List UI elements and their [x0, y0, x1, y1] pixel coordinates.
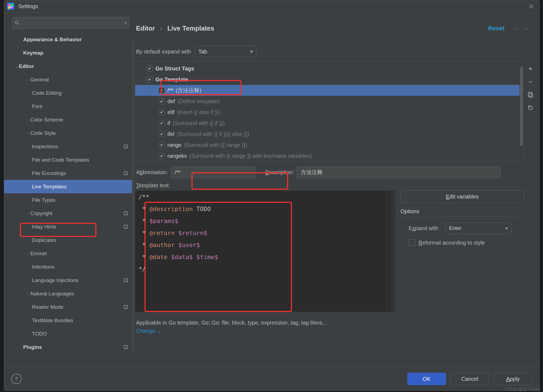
sidebar-item-reader-mode[interactable]: Reader Mode [4, 300, 135, 314]
checkbox[interactable]: ✔ [159, 153, 165, 159]
window-title: Settings [18, 3, 38, 10]
forward-arrow-icon[interactable]: → [523, 24, 530, 33]
sidebar-item-label: Copyright [30, 210, 123, 216]
sidebar-item-appearance-behavior[interactable]: Appearance & Behavior [4, 33, 135, 46]
chevron-right-icon: › [25, 292, 30, 296]
sidebar-item-font[interactable]: Font [4, 100, 135, 113]
close-icon[interactable] [528, 3, 535, 10]
template-name: if [167, 120, 172, 126]
reformat-label: Reformat according to style [418, 240, 485, 246]
chevron-down-icon [125, 22, 127, 24]
sidebar-item-file-types[interactable]: File Types [4, 193, 135, 207]
revert-icon[interactable] [526, 104, 535, 112]
ok-button[interactable]: OK [407, 373, 446, 385]
applicable-text: Applicable in Go template, Go; Go: file,… [135, 312, 524, 326]
checkbox[interactable]: ✔ [159, 109, 165, 115]
scheme-indicator-icon [123, 144, 129, 149]
sidebar-item-language-injections[interactable]: Language Injections [4, 274, 135, 287]
sidebar-item-keymap[interactable]: Keymap [4, 46, 135, 60]
template-item[interactable]: ✔/** (方法注释) [135, 85, 520, 96]
templates-scrollbar[interactable] [520, 61, 523, 161]
template-desc: (Surround with {{ if }}) [173, 120, 225, 126]
sidebar-item-color-scheme[interactable]: ›Color Scheme [4, 113, 135, 126]
svg-text:GO: GO [8, 5, 13, 8]
back-arrow-icon[interactable]: ← [512, 24, 519, 33]
sidebar-item-editor[interactable]: ⌄Editor [4, 60, 135, 73]
app-icon: GO [7, 2, 14, 10]
checkbox[interactable]: ✔ [159, 98, 165, 104]
chevron-right-icon: › [25, 131, 30, 135]
checkbox[interactable]: ✔ [159, 87, 165, 93]
sidebar-item-todo[interactable]: TODO [4, 327, 135, 340]
copy-icon[interactable] [526, 91, 535, 99]
remove-icon[interactable]: － [526, 78, 535, 86]
sidebar-item-label: Plugins [23, 344, 123, 350]
scheme-indicator-icon [123, 211, 129, 216]
chevron-right-icon: › [141, 66, 147, 71]
sidebar-item-label: Appearance & Behavior [23, 37, 135, 43]
chevron-down-icon: ▾ [505, 225, 508, 231]
template-desc: (Surround with {{ if }}{{ else }}) [177, 131, 249, 137]
cancel-button[interactable]: Cancel [450, 373, 489, 385]
template-name: Go Template [155, 76, 188, 83]
sidebar-item-code-editing[interactable]: Code Editing [4, 86, 135, 100]
sidebar-item-textmate-bundles[interactable]: TextMate Bundles [4, 314, 135, 327]
template-text-editor[interactable]: /** * @description TODO * $params$ * @re… [135, 190, 396, 312]
sidebar-item-file-encodings[interactable]: File Encodings [4, 167, 135, 180]
scheme-indicator-icon [123, 224, 129, 230]
sidebar-item-label: Emmet [30, 251, 135, 257]
checkbox[interactable]: ✔ [159, 120, 165, 126]
help-icon[interactable]: ? [11, 374, 22, 384]
template-item[interactable]: ✔elif (Insert {{ else if }}) [135, 107, 520, 118]
template-item[interactable]: ✔rangekv (Surround with {{ range }} with… [135, 150, 520, 161]
checkbox[interactable]: ✔ [159, 131, 165, 137]
apply-button[interactable]: Apply [494, 373, 532, 385]
change-link[interactable]: Change ⌄ [135, 326, 524, 334]
sidebar-item-file-and-code-templates[interactable]: File and Code Templates [4, 153, 135, 167]
sidebar-item-emmet[interactable]: ›Emmet [4, 247, 135, 260]
sidebar-item-label: General [30, 77, 135, 83]
edit-variables-button[interactable]: Edit variables [400, 190, 524, 203]
sidebar-item-label: Duplicates [32, 237, 135, 243]
sidebar-item-copyright[interactable]: ›Copyright [4, 207, 135, 220]
chevron-down-icon: ⌄ [157, 328, 161, 334]
sidebar-item-inspections[interactable]: Inspections [4, 140, 135, 153]
template-group[interactable]: ›✔Go Struct Tags [135, 63, 520, 74]
sidebar-item-inlay-hints[interactable]: Inlay Hints [4, 220, 135, 233]
expand-with-select[interactable]: Tab ▾ [195, 46, 256, 57]
reformat-checkbox[interactable] [409, 239, 415, 246]
template-item[interactable]: ✔ifel (Surround with {{ if }}{{ else }}) [135, 129, 520, 139]
sidebar-item-general[interactable]: ›General [4, 73, 135, 86]
template-name: range [167, 142, 183, 148]
sidebar-item-label: Color Scheme [30, 117, 135, 123]
sidebar-item-label: Keymap [23, 50, 135, 56]
template-name: Go Struct Tags [155, 66, 194, 72]
sidebar-item-intentions[interactable]: Intentions [4, 260, 135, 274]
sidebar-item-code-style[interactable]: ›Code Style [4, 126, 135, 140]
sidebar-item-live-templates[interactable]: Live Templates [4, 180, 135, 193]
template-item[interactable]: ✔if (Surround with {{ if }}) [135, 118, 520, 129]
template-name: /** [167, 87, 175, 94]
template-item[interactable]: ✔def (Define template) [135, 96, 520, 107]
abbreviation-input[interactable] [171, 167, 255, 178]
sidebar-item-label: Editor [19, 63, 135, 69]
sidebar-scrollbar[interactable] [132, 39, 135, 351]
checkbox[interactable]: ✔ [147, 66, 153, 72]
checkbox[interactable]: ✔ [159, 142, 165, 148]
template-group[interactable]: ⌄✔Go Template [135, 74, 520, 85]
options-expand-with-select[interactable]: Enter ▾ [445, 222, 512, 234]
sidebar-item-plugins[interactable]: Plugins [4, 340, 135, 354]
search-input[interactable] [12, 17, 129, 29]
checkbox[interactable]: ✔ [147, 76, 153, 82]
reset-button[interactable]: Reset [488, 25, 504, 32]
add-icon[interactable]: ＋ [526, 64, 535, 73]
template-item[interactable]: ✔range (Surround with {{ range }}) [135, 139, 520, 150]
sidebar-item-natural-languages[interactable]: ›Natural Languages [4, 287, 135, 300]
sidebar-item-label: TODO [32, 331, 135, 337]
description-input[interactable] [297, 167, 501, 178]
svg-rect-25 [528, 92, 532, 96]
sidebar-item-duplicates[interactable]: Duplicates [4, 233, 135, 247]
sidebar-item-label: Live Templates [32, 184, 135, 190]
svg-rect-26 [529, 93, 533, 97]
chevron-right-icon: › [25, 118, 30, 122]
